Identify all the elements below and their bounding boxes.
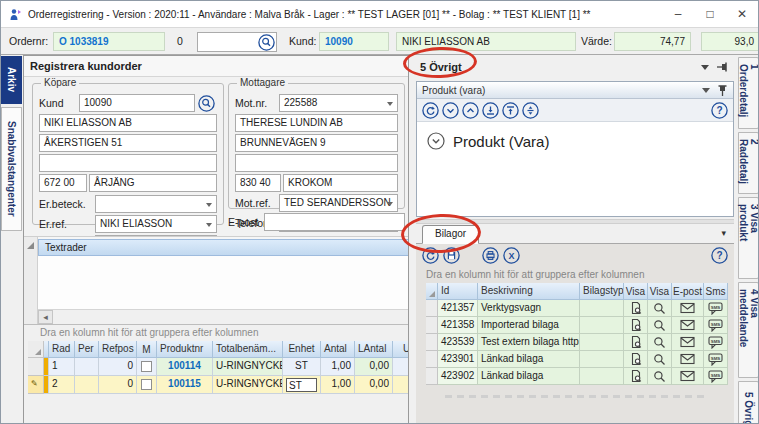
tab-visa-produkt[interactable]: 3 Visa produkt — [738, 197, 759, 279]
order-line-row[interactable]: ✎ 2 0 100115 U-RINGNYCKE ST ST 1,00 — [28, 376, 409, 394]
print-icon[interactable] — [482, 247, 499, 264]
cell-produktnr[interactable]: 100115 — [157, 376, 213, 394]
save-icon[interactable] — [443, 247, 460, 264]
textrader-scrollbar[interactable]: ◂ — [38, 309, 409, 324]
close-button[interactable]: ✕ — [726, 1, 758, 27]
email-icon[interactable] — [672, 351, 704, 368]
mottagare-address-input[interactable]: BRUNNEVÄGEN 9 — [235, 134, 398, 152]
tab-orderdetalj[interactable]: 1 Orderdetalj — [738, 57, 759, 129]
kopare-kund-input[interactable]: 10090 — [79, 94, 195, 112]
col-beskrivning[interactable]: Beskrivning — [478, 283, 580, 300]
expand-triangle-icon[interactable] — [27, 242, 34, 249]
erbeteck-combo[interactable] — [95, 195, 217, 213]
preview-document-icon[interactable] — [624, 351, 648, 368]
col-utpris[interactable]: Utpris — [393, 341, 409, 358]
bilagor-row[interactable]: 423902 Länkad bilaga SMS — [426, 368, 728, 385]
col-per[interactable]: Per — [75, 341, 99, 358]
col-enhet[interactable]: Enhet — [283, 341, 321, 358]
kopare-name-input[interactable]: NIKI ELIASSON AB — [39, 114, 217, 132]
col-refpos[interactable]: Refpos — [99, 341, 137, 358]
enhet-combo[interactable]: ST — [286, 378, 317, 392]
pin-horizontal-icon[interactable] — [716, 61, 730, 73]
preview-document-icon[interactable] — [624, 368, 648, 385]
col-visa-2[interactable]: Visa — [648, 283, 672, 300]
cell-enhet[interactable]: ST ST — [283, 358, 321, 376]
sms-icon[interactable]: SMS — [704, 300, 728, 317]
help-icon[interactable]: ? — [711, 102, 728, 119]
row-selector[interactable] — [426, 351, 438, 368]
order-line-row[interactable]: ✎ 1 0 100114 U-RINGNYCKE ST ST 1,00 — [28, 358, 409, 376]
help-icon[interactable]: ? — [711, 247, 728, 264]
magnifier-icon[interactable] — [648, 351, 672, 368]
mottagare-zip-input[interactable]: 830 40 — [235, 174, 281, 192]
m-checkbox[interactable] — [141, 379, 152, 390]
mottagare-city-input[interactable]: KROKOM — [283, 174, 398, 192]
bilagor-row[interactable]: 421357 Verktygsvagn SMS — [426, 300, 728, 317]
row-selector[interactable] — [426, 368, 438, 385]
cell-produktnr[interactable]: 100114 — [157, 358, 213, 376]
tab-snabbvalstangenter[interactable]: Snabbvalstangenter — [1, 107, 22, 231]
bilagor-row[interactable]: 421358 Importerad bilaga — [426, 317, 728, 334]
magnifier-icon[interactable] — [648, 300, 672, 317]
kopare-address2-input[interactable] — [39, 154, 217, 172]
col-lantal[interactable]: LAntal — [355, 341, 393, 358]
refresh-icon[interactable] — [422, 102, 439, 119]
email-icon[interactable] — [672, 300, 704, 317]
excel-export-icon[interactable]: X — [503, 247, 520, 264]
bilagor-row[interactable]: 423901 Länkad bilaga SMS — [426, 351, 728, 368]
kund-number-field[interactable]: 10090 — [319, 32, 389, 51]
scroll-left-icon[interactable]: ◂ — [38, 310, 53, 324]
tab-arkiv[interactable]: Arkiv — [1, 56, 22, 104]
row-selector[interactable]: ✎ — [28, 358, 44, 376]
sms-icon[interactable]: SMS — [704, 334, 728, 351]
col-id[interactable]: Id — [438, 283, 478, 300]
textrader-body[interactable] — [38, 256, 409, 309]
sms-icon[interactable]: SMS — [704, 351, 728, 368]
bilagor-row[interactable]: 423539 Test extern bilaga https — [426, 334, 728, 351]
refresh-icon[interactable] — [422, 247, 439, 264]
kopare-address-input[interactable]: ÅKERSTIGEN 51 — [39, 134, 217, 152]
magnifier-icon[interactable] — [648, 334, 672, 351]
email-icon[interactable] — [672, 368, 704, 385]
col-visa-1[interactable]: Visa — [624, 283, 648, 300]
pin-small-icon[interactable]: ▾ — [721, 228, 726, 238]
mottagare-address2-input[interactable] — [235, 154, 398, 172]
preview-document-icon[interactable] — [624, 300, 648, 317]
expand-from-line-icon[interactable] — [502, 102, 519, 119]
magnifier-icon[interactable] — [648, 317, 672, 334]
m-checkbox[interactable] — [141, 361, 152, 372]
col-totalbenamn[interactable]: Totalbenäm... — [213, 341, 283, 358]
tab-bilagor[interactable]: Bilagor — [422, 225, 479, 244]
kund-search-icon[interactable] — [197, 94, 215, 112]
col-bilagstyp[interactable]: Bilagstyp — [580, 283, 624, 300]
preview-document-icon[interactable] — [624, 334, 648, 351]
sms-icon[interactable]: SMS — [704, 317, 728, 334]
motref-combo[interactable]: TED SERANDERSSON — [279, 194, 398, 212]
textrader-header[interactable]: Textrader — [38, 239, 409, 256]
col-epost[interactable]: E-post — [672, 283, 704, 300]
mottagare-name-input[interactable]: THERESE LUNDIN AB — [235, 114, 398, 132]
preview-document-icon[interactable] — [624, 317, 648, 334]
collapse-to-line-icon[interactable] — [482, 102, 499, 119]
minimize-button[interactable]: – — [662, 1, 694, 27]
row-selector[interactable] — [426, 300, 438, 317]
email-icon[interactable] — [672, 334, 704, 351]
row-selector[interactable]: ✎ — [28, 376, 44, 394]
col-produktnr[interactable]: Produktnr — [157, 341, 213, 358]
maximize-button[interactable]: □ — [694, 1, 726, 27]
col-sms[interactable]: Sms — [704, 283, 728, 300]
email-icon[interactable] — [672, 317, 704, 334]
produkt-vara-expander[interactable]: Produkt (Vara) — [427, 132, 549, 150]
erref-combo[interactable]: NIKI ELIASSON — [95, 215, 217, 233]
cell-enhet[interactable]: ST ST — [283, 376, 321, 394]
search-icon[interactable] — [258, 34, 275, 51]
tab-visa-meddelande[interactable]: 4 Visa meddelande — [738, 282, 759, 378]
order-search-input[interactable] — [197, 32, 277, 52]
col-rad[interactable]: Rad — [49, 341, 75, 358]
row-selector[interactable] — [426, 317, 438, 334]
ordernr-field[interactable]: O 1033819 — [53, 32, 165, 51]
epost-input[interactable] — [264, 213, 405, 231]
motnr-combo[interactable]: 225588 — [279, 94, 398, 112]
row-selector[interactable] — [426, 334, 438, 351]
chevron-up-circle-icon[interactable] — [462, 102, 479, 119]
